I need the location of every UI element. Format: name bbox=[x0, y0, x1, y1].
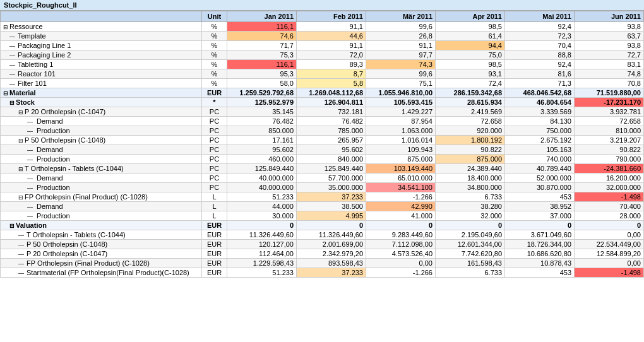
cell-value: -1.266 bbox=[366, 192, 436, 202]
row-label: T Ortholepsin - Tablets (C-1044) bbox=[27, 231, 126, 239]
cell-value: 35.145 bbox=[227, 107, 297, 117]
cell-value: 32.000 bbox=[436, 211, 505, 221]
cell-value: 75,3 bbox=[227, 50, 297, 60]
cell-unit: % bbox=[202, 41, 227, 50]
row-label: Production bbox=[37, 155, 70, 163]
table-row: —P 50 Ortholepsin (C-1048)EUR120.127,002… bbox=[1, 240, 644, 249]
cell-value: 76.482 bbox=[227, 117, 297, 126]
cell-value: 41.000 bbox=[366, 211, 436, 221]
collapse-icon[interactable]: ⊟ bbox=[18, 194, 23, 201]
cell-value: 7.112.098,00 bbox=[366, 240, 436, 249]
cell-value: 1.063.000 bbox=[366, 126, 436, 136]
cell-value: 98,5 bbox=[436, 22, 505, 32]
cell-value: 11.326.449,60 bbox=[227, 230, 297, 240]
cell-value: 57.700.000 bbox=[297, 174, 366, 183]
cell-value: 1.429.227 bbox=[366, 107, 436, 117]
cell-unit: EUR bbox=[202, 259, 227, 268]
cell-name: —Packaging Line 2 bbox=[1, 50, 202, 60]
table-row: —Template%74,644,626,861,472,363,7 bbox=[1, 32, 644, 41]
cell-value: 93,1 bbox=[436, 69, 505, 79]
cell-value: 32.000.000 bbox=[575, 183, 644, 192]
table-row: —T Ortholepsin - Tablets (C-1044)EUR11.3… bbox=[1, 230, 644, 240]
cell-value: 468.046.542,68 bbox=[505, 88, 575, 98]
cell-value: 0,00 bbox=[366, 259, 436, 268]
cell-name: —Packaging Line 1 bbox=[1, 41, 202, 50]
cell-value: 46.804.654 bbox=[505, 98, 575, 107]
row-label: Tabletting 1 bbox=[18, 61, 53, 68]
cell-value: 116,1 bbox=[227, 60, 297, 69]
row-label: Filter 101 bbox=[18, 80, 47, 87]
table-row: ⊟ValuationEUR000000 bbox=[1, 221, 644, 230]
table-row: —Reactor 101%95,38,799,693,181,674,8 bbox=[1, 69, 644, 79]
row-label: Production bbox=[37, 127, 70, 134]
header-mai: Mai 2011 bbox=[505, 11, 575, 22]
cell-name: —P 50 Ortholepsin (C-1048) bbox=[1, 240, 202, 249]
cell-value: 72,4 bbox=[436, 79, 505, 88]
cell-unit: % bbox=[202, 32, 227, 41]
row-label: T Ortholepsin - Tablets (C-1044) bbox=[25, 165, 124, 172]
cell-value: 5,8 bbox=[297, 79, 366, 88]
cell-value: 83,1 bbox=[575, 60, 644, 69]
collapse-icon[interactable]: ⊟ bbox=[9, 100, 15, 106]
table-body: ⊟Ressource%116,191,199,698,592,493,8—Tem… bbox=[1, 22, 644, 278]
cell-unit: EUR bbox=[202, 249, 227, 259]
cell-value: -1.498 bbox=[575, 268, 644, 278]
table-row: —DemandL44.00038.50042.99038.28038.95270… bbox=[1, 202, 644, 211]
cell-value: 750.000 bbox=[505, 126, 575, 136]
collapse-icon[interactable]: ⊟ bbox=[3, 90, 8, 97]
collapse-icon[interactable]: ⊟ bbox=[3, 24, 8, 30]
table-row: ⊟P 50 Ortholepsin (C-1048)PC17.161265.95… bbox=[1, 136, 644, 145]
cell-value: 3.219.207 bbox=[575, 136, 644, 145]
cell-value: 74,3 bbox=[366, 60, 436, 69]
cell-value: 4.573.526,40 bbox=[366, 249, 436, 259]
collapse-icon[interactable]: ⊟ bbox=[18, 166, 23, 172]
cell-value: 785.000 bbox=[297, 126, 366, 136]
cell-value: 1.259.529.792,68 bbox=[227, 88, 297, 98]
cell-value: 1.269.048.112,68 bbox=[297, 88, 366, 98]
cell-value: 18.726.344,00 bbox=[505, 240, 575, 249]
cell-value: 850.000 bbox=[227, 126, 297, 136]
cell-value: 125.849.440 bbox=[297, 164, 366, 174]
cell-value: 22.534.449,00 bbox=[575, 240, 644, 249]
cell-value: 35.000.000 bbox=[297, 183, 366, 192]
cell-name: ⊟Valuation bbox=[1, 221, 202, 230]
cell-value: 0 bbox=[505, 221, 575, 230]
cell-value: -1.266 bbox=[366, 268, 436, 278]
cell-value: 0 bbox=[297, 221, 366, 230]
cell-value: 1.229.598,43 bbox=[227, 259, 297, 268]
cell-unit: EUR bbox=[202, 230, 227, 240]
cell-value: 920.000 bbox=[436, 126, 505, 136]
cell-value: 28.000 bbox=[575, 211, 644, 221]
cell-name: ⊟FP Ortholepsin (Final Product) (C-1028) bbox=[1, 192, 202, 202]
row-label: Production bbox=[37, 184, 70, 191]
cell-value: 6.733 bbox=[436, 192, 505, 202]
cell-name: —Demand bbox=[1, 117, 202, 126]
row-label: Demand bbox=[37, 174, 63, 182]
cell-name: —Template bbox=[1, 32, 202, 41]
cell-value: 70.400 bbox=[575, 202, 644, 211]
cell-unit: L bbox=[202, 192, 227, 202]
cell-value: 87.954 bbox=[366, 117, 436, 126]
cell-unit: L bbox=[202, 202, 227, 211]
cell-unit: % bbox=[202, 22, 227, 32]
cell-value: 94,4 bbox=[436, 41, 505, 50]
cell-value: 40.789.440 bbox=[505, 164, 575, 174]
collapse-icon[interactable]: ⊟ bbox=[9, 223, 15, 229]
cell-value: 37.233 bbox=[297, 192, 366, 202]
cell-name: —Production bbox=[1, 183, 202, 192]
collapse-icon[interactable]: ⊟ bbox=[18, 109, 23, 115]
collapse-icon[interactable]: ⊟ bbox=[18, 138, 23, 144]
row-label: P 20 Ortholepsin (C-1047) bbox=[27, 250, 107, 257]
cell-value: 0 bbox=[366, 221, 436, 230]
cell-name: —Production bbox=[1, 155, 202, 164]
table-row: ⊟Stock*125.952.979126.904.811105.593.415… bbox=[1, 98, 644, 107]
cell-value: 30.870.000 bbox=[505, 183, 575, 192]
cell-value: 18.400.000 bbox=[436, 174, 505, 183]
cell-value: 12.601.344,00 bbox=[436, 240, 505, 249]
cell-value: 63,7 bbox=[575, 32, 644, 41]
cell-value: 10.878,43 bbox=[505, 259, 575, 268]
cell-unit: PC bbox=[202, 117, 227, 126]
cell-value: 0 bbox=[227, 221, 297, 230]
cell-value: 91,1 bbox=[297, 22, 366, 32]
cell-value: 71.519.880,00 bbox=[575, 88, 644, 98]
